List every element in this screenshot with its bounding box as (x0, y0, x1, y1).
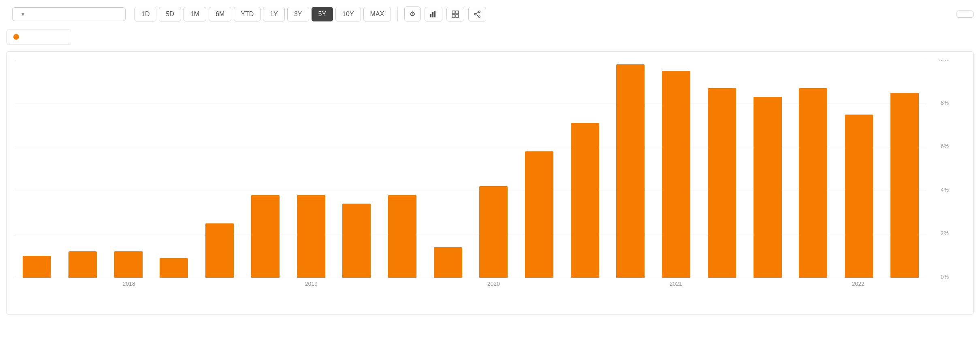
bar-q3-2021[interactable] (662, 71, 690, 278)
y-label-10: 10% (928, 60, 949, 62)
svg-point-8 (474, 13, 476, 15)
bar-group (380, 60, 425, 278)
bar-group (152, 60, 196, 278)
svg-point-9 (478, 16, 480, 17)
chart-container: 10% 8% 6% 4% 2% 0% 20182019202020212022 (6, 51, 974, 314)
chevron-down-icon: ▾ (21, 11, 24, 17)
svg-rect-5 (452, 15, 455, 17)
bar-q2-2021[interactable] (616, 64, 645, 278)
x-label-slot (562, 278, 608, 290)
x-label-slot (15, 278, 61, 290)
bar-group (15, 60, 59, 278)
x-label-slot (425, 278, 471, 290)
y-label-6: 6% (928, 143, 949, 149)
bar-group (517, 60, 562, 278)
chart-plot-area: 10% 8% 6% 4% 2% 0% (15, 60, 949, 278)
legend-dot (13, 34, 19, 40)
bar-q4-2019[interactable] (342, 204, 371, 278)
bar-group (882, 60, 927, 278)
period-btn-1d[interactable]: 1D (135, 7, 156, 21)
y-label-8: 8% (928, 100, 949, 106)
period-btn-6m[interactable]: 6M (209, 7, 231, 21)
table-view-button[interactable] (446, 7, 464, 21)
bar-q3-2022[interactable] (845, 115, 873, 278)
x-label-slot (152, 278, 198, 290)
svg-line-11 (476, 15, 478, 16)
bars-container (15, 60, 927, 278)
chart-type-button[interactable] (425, 7, 442, 21)
x-year-label-2022: 2022 (852, 280, 865, 287)
svg-line-10 (476, 12, 478, 14)
x-label-slot: 2018 (106, 278, 152, 290)
bar-q2-2022[interactable] (799, 88, 827, 278)
chart-area: 10% 8% 6% 4% 2% 0% 20182019202020212022 (15, 60, 949, 290)
x-label-slot (790, 278, 836, 290)
bar-group (289, 60, 333, 278)
x-year-label-2019: 2019 (305, 280, 318, 287)
bar-q1-2019[interactable] (205, 223, 234, 278)
bar-group (472, 60, 516, 278)
bar-q2-2018[interactable] (68, 251, 97, 278)
bar-q4-2018[interactable] (160, 258, 188, 278)
period-btn-ytd[interactable]: YTD (234, 7, 260, 21)
period-btn-max[interactable]: MAX (363, 7, 391, 21)
x-label-slot: 2021 (653, 278, 699, 290)
share-button[interactable] (468, 7, 486, 21)
x-label-slot (197, 278, 243, 290)
bar-group (426, 60, 470, 278)
bar-q3-2020[interactable] (479, 186, 508, 278)
bar-q4-2021[interactable] (708, 88, 736, 278)
bar-chart-icon (430, 11, 437, 18)
x-label-slot (243, 278, 289, 290)
bar-q1-2022[interactable] (754, 97, 782, 278)
svg-rect-6 (456, 15, 459, 17)
x-year-label-2021: 2021 (670, 280, 682, 287)
period-btn-1y[interactable]: 1Y (263, 7, 285, 21)
settings-button[interactable]: ⚙ (404, 6, 421, 21)
svg-rect-2 (434, 11, 436, 17)
add-comparison-button[interactable] (957, 11, 974, 18)
bar-q2-2019[interactable] (251, 195, 280, 278)
bar-q3-2019[interactable] (297, 195, 325, 278)
period-btn-1m[interactable]: 1M (184, 7, 206, 21)
bar-group (608, 60, 653, 278)
toolbar: ▾ 1D5D1M6MYTD1Y3Y5Y10YMAX ⚙ (6, 6, 974, 21)
svg-rect-0 (430, 14, 431, 17)
bar-q3-2018[interactable] (114, 251, 143, 278)
bar-q2-2020[interactable] (434, 247, 462, 278)
svg-rect-3 (452, 11, 455, 14)
x-labels-container: 20182019202020212022 (15, 278, 927, 290)
bar-group (837, 60, 881, 278)
y-label-4: 4% (928, 187, 949, 193)
metric-selector[interactable]: ▾ (12, 7, 126, 21)
x-label-slot: 2022 (835, 278, 881, 290)
bar-group (700, 60, 744, 278)
x-label-slot: 2020 (471, 278, 517, 290)
period-buttons: 1D5D1M6MYTD1Y3Y5Y10YMAX (135, 7, 391, 21)
bar-q4-2022[interactable] (890, 93, 919, 278)
share-icon (474, 11, 481, 18)
bar-group (563, 60, 607, 278)
bar-q4-2020[interactable] (525, 151, 553, 278)
x-label-slot (380, 278, 425, 290)
x-label-slot: 2019 (288, 278, 334, 290)
y-label-2: 2% (928, 230, 949, 236)
x-year-label-2018: 2018 (123, 280, 135, 287)
x-label-slot (608, 278, 653, 290)
bar-group (61, 60, 105, 278)
bar-q1-2018[interactable] (23, 256, 51, 278)
bar-q1-2020[interactable] (388, 195, 416, 278)
period-btn-10y[interactable]: 10Y (335, 7, 361, 21)
legend-row (13, 34, 64, 40)
bar-group (106, 60, 150, 278)
x-label-slot (334, 278, 380, 290)
bar-q1-2021[interactable] (571, 123, 599, 278)
legend-box (6, 30, 71, 45)
bar-group (791, 60, 835, 278)
bar-group (243, 60, 288, 278)
period-btn-5y[interactable]: 5Y (312, 7, 333, 21)
bar-group (335, 60, 379, 278)
svg-rect-4 (456, 11, 459, 14)
period-btn-5d[interactable]: 5D (159, 7, 181, 21)
period-btn-3y[interactable]: 3Y (287, 7, 309, 21)
